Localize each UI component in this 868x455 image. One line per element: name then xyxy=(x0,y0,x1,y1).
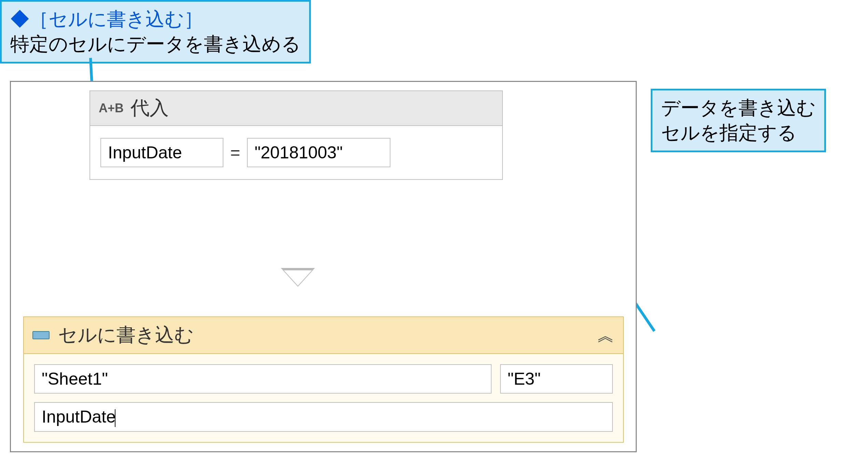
sheet-name-input[interactable]: "Sheet1" xyxy=(34,364,492,394)
cell-reference-input[interactable]: "E3" xyxy=(500,364,613,394)
assign-icon: A+B xyxy=(99,101,124,115)
write-cell-header: セルに書き込む ︽ xyxy=(24,317,623,354)
diamond-icon: ◆ xyxy=(10,8,29,30)
callout-top-desc: 特定のセルにデータを書き込める xyxy=(10,33,301,55)
assign-title: 代入 xyxy=(130,95,169,121)
assign-body: InputDate = "20181003" xyxy=(90,126,502,179)
write-cell-body: "Sheet1" "E3" InputDate xyxy=(24,354,623,442)
value-input[interactable]: InputDate xyxy=(34,402,613,432)
callout-write-cell: ◆［セルに書き込む］ 特定のセルにデータを書き込める xyxy=(0,0,311,63)
write-cell-icon xyxy=(32,331,50,339)
assign-value-input[interactable]: "20181003" xyxy=(247,138,390,167)
write-header-left: セルに書き込む xyxy=(32,322,194,348)
equals-sign: = xyxy=(230,143,240,162)
callout-right-line1: データを書き込む xyxy=(661,97,816,118)
callout-bracket-text: ［セルに書き込む］ xyxy=(29,8,203,30)
assign-variable-input[interactable]: InputDate xyxy=(100,138,223,167)
flow-arrow-icon xyxy=(281,268,315,287)
workflow-panel: A+B 代入 InputDate = "20181003" セルに書き込む ︽ … xyxy=(10,81,637,452)
write-cell-activity[interactable]: セルに書き込む ︽ "Sheet1" "E3" InputDate xyxy=(23,316,624,443)
callout-specify-cell: データを書き込む セルを指定する xyxy=(651,89,826,152)
assign-activity[interactable]: A+B 代入 InputDate = "20181003" xyxy=(89,90,503,180)
write-cell-row: "Sheet1" "E3" xyxy=(34,364,613,394)
text-caret xyxy=(115,409,115,427)
collapse-icon[interactable]: ︽ xyxy=(597,324,615,347)
value-input-text: InputDate xyxy=(42,407,116,426)
write-cell-title: セルに書き込む xyxy=(58,322,194,348)
callout-right-line2: セルを指定する xyxy=(661,122,797,143)
assign-header: A+B 代入 xyxy=(90,91,502,126)
